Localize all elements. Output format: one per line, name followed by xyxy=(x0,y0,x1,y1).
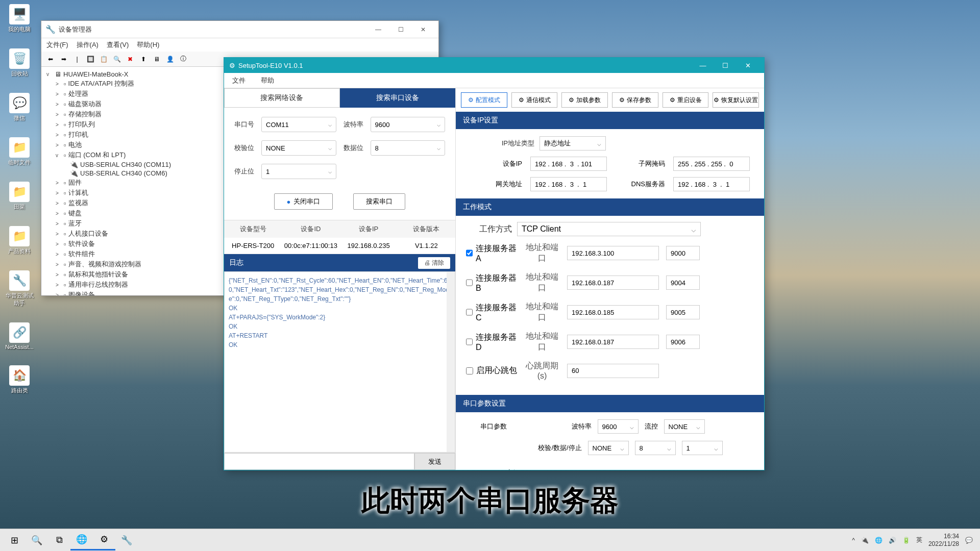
server-port-input[interactable] xyxy=(666,276,700,290)
refresh-button[interactable]: 🔲 xyxy=(84,54,96,65)
minimize-button[interactable]: — xyxy=(367,22,389,37)
clear-log-button[interactable]: 🖨 清除 xyxy=(418,257,450,269)
sp-stop-select[interactable]: 1 xyxy=(682,441,723,455)
properties-button[interactable]: 📋 xyxy=(97,54,110,65)
maximize-button[interactable]: ☐ xyxy=(389,22,412,37)
maximize-button[interactable]: ☐ xyxy=(714,58,737,73)
tray-ime[interactable]: 英 xyxy=(916,536,922,544)
close-button[interactable]: ✕ xyxy=(737,58,759,73)
config-toolbar-button[interactable]: ⚙保存参数 xyxy=(612,92,658,108)
subnet-mask-input[interactable] xyxy=(673,157,750,171)
config-toolbar-button[interactable]: ⚙加载参数 xyxy=(561,92,608,108)
desktop-icon[interactable]: 🏠路由类 xyxy=(4,365,35,394)
tray-battery-icon[interactable]: 🔋 xyxy=(902,537,910,544)
send-button[interactable]: 发送 xyxy=(414,453,455,470)
close-serial-button[interactable]: ●关闭串口 xyxy=(274,193,333,210)
stop-select[interactable]: 1 xyxy=(261,164,336,179)
back-button[interactable]: ⬅ xyxy=(44,54,57,65)
config-toolbar-button[interactable]: ⚙恢复默认设置 xyxy=(713,92,759,108)
gateway-input[interactable] xyxy=(530,177,607,191)
desktop-icon[interactable]: 📁临时文件 xyxy=(4,137,35,166)
device-table-row[interactable]: HP-ERS-T20000:0c:e7:11:00:13192.168.0.23… xyxy=(224,238,455,254)
config-toolbar-button[interactable]: ⚙重启设备 xyxy=(663,92,709,108)
menu-item[interactable]: 文件(F) xyxy=(46,40,68,49)
server-port-input[interactable] xyxy=(666,305,700,319)
baud-select[interactable]: 9600 xyxy=(371,117,446,132)
heartbeat-checkbox[interactable] xyxy=(466,367,473,374)
sp-check-select[interactable]: NONE xyxy=(588,441,629,455)
menu-item[interactable]: 查看(V) xyxy=(107,40,129,49)
config-toolbar-button[interactable]: ⚙配置模式 xyxy=(461,92,507,108)
sp-baud-select[interactable]: 9600 xyxy=(598,419,639,434)
update-driver-button[interactable]: ⬆ xyxy=(137,54,150,65)
server-port-input[interactable] xyxy=(666,246,700,260)
desktop-icon[interactable]: 🔗NetAssist... xyxy=(4,322,35,350)
server-ip-input[interactable] xyxy=(567,276,659,290)
work-mode-select[interactable]: TCP Client xyxy=(517,222,701,236)
delete-button[interactable]: ✖ xyxy=(124,54,136,65)
desktop-icon[interactable]: 💬微信 xyxy=(4,93,35,122)
tab-serial-search[interactable]: 搜索串口设备 xyxy=(340,88,456,108)
server-checkbox[interactable] xyxy=(466,279,473,286)
sp-check-label: 校验/数据/停止 xyxy=(538,443,581,453)
config-toolbar-button[interactable]: ⚙通信模式 xyxy=(511,92,558,108)
tray-notification-icon[interactable]: 💬 xyxy=(965,537,973,544)
parity-select[interactable]: NONE xyxy=(261,140,336,156)
stool-titlebar[interactable]: ⚙ SetupTool-E10 V1.0.1 — ☐ ✕ xyxy=(224,58,764,73)
setuptool-taskbar-icon[interactable]: ⚙ xyxy=(93,530,115,550)
start-button[interactable]: ⊞ xyxy=(3,530,26,550)
close-button[interactable]: ✕ xyxy=(412,22,434,37)
tray-volume-icon[interactable]: 🔊 xyxy=(889,537,896,544)
devmgr-titlebar[interactable]: 🔧 设备管理器 — ☐ ✕ xyxy=(41,21,438,38)
tray-network-icon[interactable]: 🌐 xyxy=(875,537,883,544)
heartbeat-input[interactable] xyxy=(567,364,659,378)
server-checkbox[interactable] xyxy=(466,338,473,345)
task-view-button[interactable]: ⧉ xyxy=(48,530,70,550)
table-cell: 192.168.0.235 xyxy=(340,242,398,249)
minimize-button[interactable]: — xyxy=(692,58,714,73)
search-serial-button[interactable]: 搜索串口 xyxy=(353,193,405,210)
menu-item[interactable]: 文件 xyxy=(232,76,246,85)
server-ip-input[interactable] xyxy=(567,305,659,319)
menu-item[interactable]: 操作(A) xyxy=(77,40,99,49)
monitor-icon[interactable]: 🖥 xyxy=(151,54,163,65)
forward-button[interactable]: ➡ xyxy=(58,54,70,65)
desktop-icon[interactable]: 🖥️我的电脑 xyxy=(4,4,35,33)
tree-root[interactable]: HUAWEI-MateBook-X xyxy=(63,70,128,78)
ip-type-select[interactable]: 静态地址 xyxy=(540,136,606,151)
log-scrollbar[interactable] xyxy=(447,272,455,452)
devmgr-taskbar-icon[interactable]: 🔧 xyxy=(115,530,138,550)
info-icon[interactable]: ⓘ xyxy=(177,54,189,65)
edge-taskbar-icon[interactable]: 🌐 xyxy=(70,530,93,550)
sp-data-select[interactable]: 8 xyxy=(635,441,676,455)
tray-chevron-icon[interactable]: ^ xyxy=(852,537,855,544)
advanced-checkbox-row[interactable]: 高级 xyxy=(497,468,754,470)
port-select[interactable]: COM11 xyxy=(261,117,336,132)
desktop-icon[interactable]: 🔧华普云测试助手 xyxy=(4,270,35,307)
dns-input[interactable] xyxy=(673,177,750,191)
send-input[interactable] xyxy=(224,453,414,470)
server-port-input[interactable] xyxy=(666,335,700,349)
scan-button[interactable]: 🔍 xyxy=(111,54,123,65)
tab-network-search[interactable]: 搜索网络设备 xyxy=(224,88,340,108)
search-button[interactable]: 🔍 xyxy=(26,530,48,550)
menu-item[interactable]: 帮助 xyxy=(261,76,274,85)
log-title: 日志 xyxy=(229,258,243,267)
desktop-icon[interactable]: 🗑️回收站 xyxy=(4,48,35,78)
device-ip-input[interactable] xyxy=(530,157,607,171)
desktop-icon[interactable]: 📁产品资料 xyxy=(4,226,35,255)
tray-clock[interactable]: 16:34 2022/11/28 xyxy=(928,533,959,547)
desktop-icon[interactable]: 📁田渠 xyxy=(4,182,35,211)
help-icon[interactable]: 👤 xyxy=(164,54,176,65)
data-select[interactable]: 8 xyxy=(371,140,446,156)
video-subtitle: 此时两个串口服务器 xyxy=(361,482,619,520)
menu-item[interactable]: 帮助(H) xyxy=(137,40,159,49)
server-ip-input[interactable] xyxy=(567,335,659,349)
server-checkbox[interactable] xyxy=(466,309,473,316)
sp-flow-select[interactable]: NONE xyxy=(664,419,705,434)
server-ip-input[interactable] xyxy=(567,246,659,260)
tray-usb-icon[interactable]: 🔌 xyxy=(861,537,869,544)
advanced-checkbox[interactable] xyxy=(497,470,503,470)
log-area[interactable]: {"NET_Rst_EN":0,"NET_Rst_Cycle":60,"NET_… xyxy=(224,271,455,453)
server-checkbox[interactable] xyxy=(466,249,473,257)
